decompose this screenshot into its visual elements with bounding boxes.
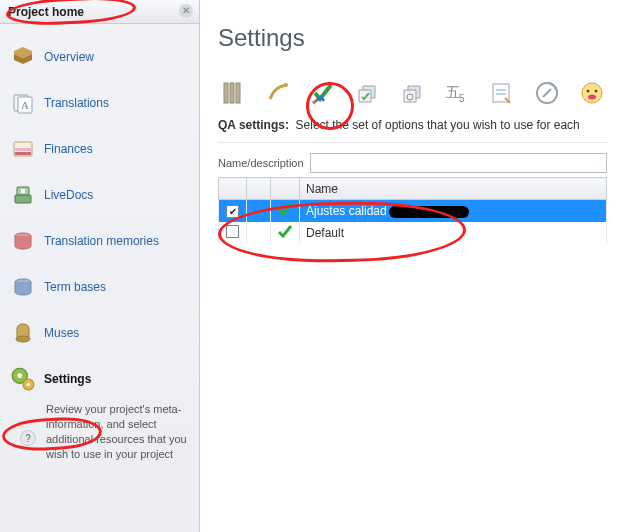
filter-input[interactable] xyxy=(310,153,607,173)
nav-label: Finances xyxy=(44,142,93,156)
svg-point-24 xyxy=(582,83,602,103)
toolbar-livedocs-settings-button[interactable] xyxy=(397,76,428,110)
row-name: Default xyxy=(306,226,344,240)
toolbar-hint: QA settings: Select the set of options t… xyxy=(218,116,607,143)
toolbar-face-button[interactable] xyxy=(576,76,607,110)
row-pin-cell[interactable] xyxy=(247,200,271,222)
grid-header-check[interactable] xyxy=(219,178,247,200)
svg-point-26 xyxy=(594,90,597,93)
row-checkbox[interactable]: ✔ xyxy=(226,205,239,218)
svg-rect-17 xyxy=(230,83,234,103)
filter-label: Name/description xyxy=(218,157,304,169)
sidebar-tab: Project home ✕ xyxy=(0,0,199,24)
main-panel: Settings 五5 QA settings: Select xyxy=(200,0,619,532)
svg-point-11 xyxy=(16,336,30,342)
check-icon xyxy=(271,200,300,222)
svg-rect-6 xyxy=(15,195,31,203)
svg-text:A: A xyxy=(21,99,29,111)
translations-icon: A xyxy=(10,90,36,116)
toolbar-tm-settings-button[interactable] xyxy=(352,76,383,110)
svg-point-19 xyxy=(284,83,288,87)
hint-label: QA settings: xyxy=(218,118,289,132)
page-title: Settings xyxy=(218,24,607,52)
svg-rect-5 xyxy=(15,148,31,151)
sidebar-item-term-bases[interactable]: Term bases xyxy=(4,264,195,310)
row-name: Ajustes calidad xyxy=(306,204,387,218)
sidebar-item-translation-memories[interactable]: Translation memories xyxy=(4,218,195,264)
sidebar-item-finances[interactable]: Finances xyxy=(4,126,195,172)
grid-header-state[interactable] xyxy=(271,178,300,200)
sidebar-item-muses[interactable]: Muses xyxy=(4,310,195,356)
muses-icon xyxy=(10,320,36,346)
sidebar-item-translations[interactable]: A Translations xyxy=(4,80,195,126)
svg-point-27 xyxy=(588,95,596,100)
gear-icon xyxy=(10,366,36,392)
nav-label: Term bases xyxy=(44,280,106,294)
sidebar-item-settings[interactable]: Settings ? xyxy=(4,356,195,402)
term-bases-icon xyxy=(10,274,36,300)
svg-point-25 xyxy=(586,90,589,93)
translation-memories-icon xyxy=(10,228,36,254)
filter-row: Name/description xyxy=(218,143,607,177)
sidebar-tab-title: Project home xyxy=(8,5,84,19)
nav-label: Muses xyxy=(44,326,79,340)
toolbar-general-button[interactable] xyxy=(218,76,249,110)
svg-text:5: 5 xyxy=(459,93,465,104)
hint-text: Select the set of options that you wish … xyxy=(296,118,580,132)
table-row[interactable]: ✔ Ajustes calidad xyxy=(219,200,607,222)
check-icon xyxy=(271,222,300,244)
nav-label: Translation memories xyxy=(44,234,159,248)
row-pin-cell[interactable] xyxy=(247,222,271,244)
nav-label: Translations xyxy=(44,96,109,110)
svg-rect-18 xyxy=(236,83,240,103)
svg-rect-8 xyxy=(21,189,25,193)
grid-header-name[interactable]: Name xyxy=(300,178,607,200)
nav-label: LiveDocs xyxy=(44,188,93,202)
finances-icon xyxy=(10,136,36,162)
row-checkbox[interactable] xyxy=(226,225,239,238)
close-icon[interactable]: ✕ xyxy=(179,4,193,18)
svg-point-13 xyxy=(17,373,22,378)
toolbar-export-button[interactable] xyxy=(487,76,518,110)
sidebar-item-livedocs[interactable]: LiveDocs xyxy=(4,172,195,218)
svg-rect-4 xyxy=(15,152,31,155)
nav-list: Overview A Translations Finances LiveDoc… xyxy=(0,24,199,477)
grid-header-pin[interactable] xyxy=(247,178,271,200)
overview-icon xyxy=(10,44,36,70)
sidebar-item-overview[interactable]: Overview xyxy=(4,34,195,80)
svg-point-15 xyxy=(27,383,30,386)
svg-rect-16 xyxy=(224,83,228,103)
nav-label: Settings xyxy=(44,372,91,386)
help-icon[interactable]: ? xyxy=(20,430,36,446)
redacted-text xyxy=(389,206,469,218)
row-name-cell: Ajustes calidad xyxy=(300,200,607,222)
toolbar-segmentation-button[interactable] xyxy=(263,76,294,110)
table-row[interactable]: Default xyxy=(219,222,607,244)
toolbar-qa-settings-button[interactable] xyxy=(308,76,339,110)
settings-grid: Name ✔ Ajustes calidad xyxy=(218,177,607,244)
settings-toolbar: 五5 xyxy=(218,76,607,116)
nav-label: Overview xyxy=(44,50,94,64)
sidebar: Project home ✕ Overview A Translations F… xyxy=(0,0,200,532)
svg-text:五: 五 xyxy=(446,85,460,100)
livedocs-icon xyxy=(10,182,36,208)
toolbar-autotrans-button[interactable]: 五5 xyxy=(442,76,473,110)
toolbar-nontrans-button[interactable] xyxy=(531,76,562,110)
row-name-cell: Default xyxy=(300,222,607,244)
